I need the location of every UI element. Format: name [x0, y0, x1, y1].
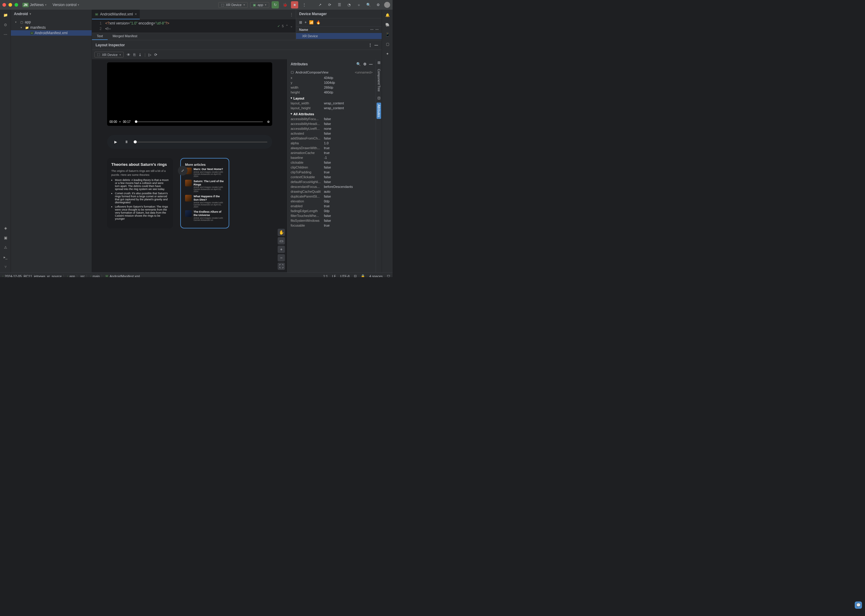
- attr-row[interactable]: width288dp: [287, 85, 376, 90]
- fire-icon[interactable]: 🔥: [316, 20, 320, 25]
- article-item[interactable]: Mars: Our Next Home? Article and images …: [185, 168, 224, 177]
- version-control-menu[interactable]: Version control ▾: [51, 2, 81, 8]
- component-tree-tab[interactable]: Component Tree: [377, 67, 381, 93]
- project-selector[interactable]: JN JetNews ▾: [20, 2, 49, 8]
- attr-row[interactable]: fitsSystemWindowsfalse: [287, 218, 376, 223]
- attributes-icon[interactable]: ⊡: [377, 96, 380, 100]
- component-tree-icon[interactable]: ⊞: [377, 61, 380, 65]
- eye-icon[interactable]: 👁: [127, 53, 130, 57]
- run-config-selector[interactable]: ▣ app ▾: [250, 2, 269, 8]
- attr-row[interactable]: drawingCacheQualitauto: [287, 189, 376, 194]
- audio-scrubber[interactable]: [134, 141, 267, 143]
- more-icon[interactable]: ⋯: [370, 28, 374, 32]
- profile-button[interactable]: ◔: [345, 1, 353, 8]
- attr-row[interactable]: accessibilityLiveR...none: [287, 126, 376, 131]
- chevron-up-icon[interactable]: ⌃: [286, 24, 288, 28]
- ai-button[interactable]: ✦: [382, 50, 392, 58]
- refresh-icon[interactable]: ⟳: [154, 53, 157, 57]
- video-player[interactable]: 00:00 • 00:17 ⚙: [107, 62, 272, 126]
- attr-row[interactable]: descendantFocus...beforeDescendants: [287, 184, 376, 189]
- logcat-tool-button[interactable]: ▣: [0, 234, 11, 242]
- attr-row[interactable]: clipToPaddingtrue: [287, 170, 376, 174]
- line-ending[interactable]: LF: [332, 274, 336, 277]
- breadcrumb-item[interactable]: main: [93, 274, 100, 277]
- zoom-fit-button[interactable]: ⛶: [278, 262, 285, 270]
- attr-row[interactable]: accessibilityHeadi...false: [287, 121, 376, 126]
- attr-row[interactable]: layout_heightwrap_content: [287, 105, 376, 110]
- attr-group-layout[interactable]: ▾ Layout: [287, 95, 376, 101]
- more-button[interactable]: ⋮: [301, 1, 308, 8]
- attr-row[interactable]: accessibilityFocu...false: [287, 116, 376, 121]
- attr-row[interactable]: addStatesFromCh...false: [287, 136, 376, 141]
- attributes-list[interactable]: x434dpy1004dpwidth288dpheight480dp ▾ Lay…: [287, 75, 376, 272]
- account-avatar[interactable]: [384, 2, 390, 8]
- maximize-button[interactable]: [14, 3, 18, 7]
- gemini-tool-button[interactable]: ◈: [0, 224, 11, 233]
- tree-item-manifests[interactable]: ▾ 📁 manifests: [11, 25, 92, 30]
- video-scrubber[interactable]: [135, 121, 263, 122]
- pan-button[interactable]: ✋: [278, 229, 285, 236]
- stop-button[interactable]: ■: [291, 1, 298, 8]
- attr-row[interactable]: elevation0dp: [287, 199, 376, 204]
- cursor-position[interactable]: 1:1: [323, 274, 328, 277]
- pause-icon[interactable]: ⏸: [123, 138, 130, 146]
- inspect-button[interactable]: ⟐: [355, 1, 362, 8]
- attr-row[interactable]: y1004dp: [287, 80, 376, 85]
- device-manager-button[interactable]: 📱: [382, 30, 392, 39]
- minimize-button[interactable]: [8, 3, 12, 7]
- content-card-more-articles[interactable]: More articles Mars: Our Next Home? Artic…: [180, 158, 229, 228]
- inspector-device-selector[interactable]: ⬚ XR Device ▾: [94, 52, 124, 58]
- attr-row[interactable]: enabledtrue: [287, 204, 376, 209]
- wifi-icon[interactable]: 📶: [309, 20, 314, 25]
- sync-button[interactable]: ⟳: [326, 1, 333, 8]
- tab-manifest[interactable]: M AndroidManifest.xml ×: [92, 10, 140, 19]
- breadcrumb-item[interactable]: src: [80, 274, 85, 277]
- code-style-icon[interactable]: ⊡: [354, 274, 356, 277]
- attr-row[interactable]: filterTouchesWhe...false: [287, 213, 376, 218]
- gear-icon[interactable]: ⚙: [267, 120, 270, 123]
- gear-icon[interactable]: ⚙: [363, 62, 367, 66]
- tree-item-app[interactable]: ▾ ▢ app: [11, 19, 92, 25]
- attr-row[interactable]: baseline-1: [287, 155, 376, 160]
- breadcrumb-item[interactable]: app: [69, 274, 75, 277]
- more-vert-icon[interactable]: ⋮: [368, 43, 372, 47]
- device-row[interactable]: XR Device: [296, 33, 382, 39]
- problems-tool-button[interactable]: ⚠: [0, 243, 11, 252]
- search-button[interactable]: 🔍: [365, 1, 372, 8]
- gradle-button[interactable]: 🐘: [382, 20, 392, 29]
- content-card-theories[interactable]: Theories about Saturn's rings The origin…: [107, 158, 173, 228]
- more-tool-button[interactable]: ⋯: [0, 30, 11, 39]
- build-button[interactable]: ☰: [336, 1, 343, 8]
- attr-row[interactable]: alwaysDrawnWith...true: [287, 146, 376, 150]
- indent-settings[interactable]: 4 spaces: [369, 274, 383, 277]
- more-vert-icon[interactable]: ⋮: [290, 13, 294, 17]
- article-item[interactable]: What Happens if the Sun Dies? Article an…: [185, 195, 224, 208]
- breadcrumb-item[interactable]: AndroidManifest.xml: [110, 274, 140, 277]
- more-icon[interactable]: ⋯: [375, 28, 379, 32]
- tree-item-manifest-file[interactable]: M AndroidManifest.xml: [11, 30, 92, 36]
- lock-icon[interactable]: 🔒: [361, 274, 365, 277]
- file-encoding[interactable]: UTF-8: [340, 274, 350, 277]
- breadcrumb-item[interactable]: 2024-12-05_RC11_jetnews_xr_source: [5, 274, 62, 277]
- pointer-icon[interactable]: ▷: [149, 53, 151, 57]
- minimize-icon[interactable]: —: [369, 62, 373, 66]
- article-item[interactable]: Saturn: The Lord of the Rings Article an…: [185, 180, 224, 193]
- zoom-in-button[interactable]: +: [278, 246, 285, 253]
- grid-icon[interactable]: ⊞: [299, 20, 302, 25]
- play-icon[interactable]: ▶: [112, 138, 119, 146]
- export-icon[interactable]: ⤓: [138, 53, 141, 57]
- attr-group-all[interactable]: ▾ All Attributes: [287, 110, 376, 116]
- project-panel-header[interactable]: Android ▾: [11, 10, 92, 18]
- sub-tab-text[interactable]: Text: [92, 33, 108, 40]
- attr-row[interactable]: height480dp: [287, 90, 376, 95]
- code-with-me-button[interactable]: ↗: [316, 1, 323, 8]
- zoom-out-button[interactable]: −: [278, 254, 285, 261]
- attr-row[interactable]: alpha1.0: [287, 141, 376, 146]
- attr-row[interactable]: duplicateParentSt...false: [287, 194, 376, 199]
- layers-button[interactable]: ▭: [278, 237, 285, 244]
- preview-canvas[interactable]: 00:00 • 00:17 ⚙ ▶ ⏸ Theories about Satur…: [92, 59, 287, 272]
- attr-row[interactable]: animationCachetrue: [287, 150, 376, 155]
- attr-row[interactable]: defaultFocusHighli...false: [287, 179, 376, 184]
- minimize-icon[interactable]: —: [374, 43, 378, 47]
- settings-button[interactable]: ⚙: [374, 1, 382, 8]
